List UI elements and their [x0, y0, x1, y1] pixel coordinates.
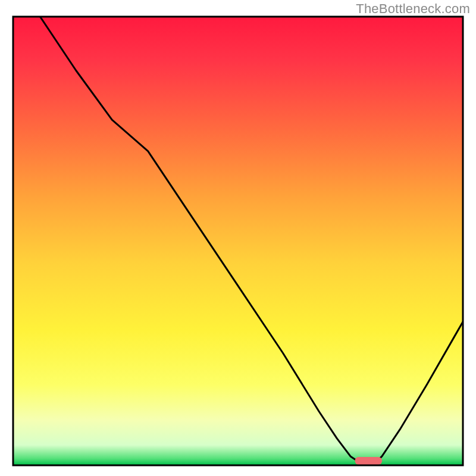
watermark-text: TheBottleneck.com	[356, 1, 470, 17]
chart-container: TheBottleneck.com	[0, 0, 476, 476]
plot-background	[13, 17, 463, 465]
bottleneck-chart	[0, 0, 476, 476]
optimal-marker	[355, 457, 382, 465]
